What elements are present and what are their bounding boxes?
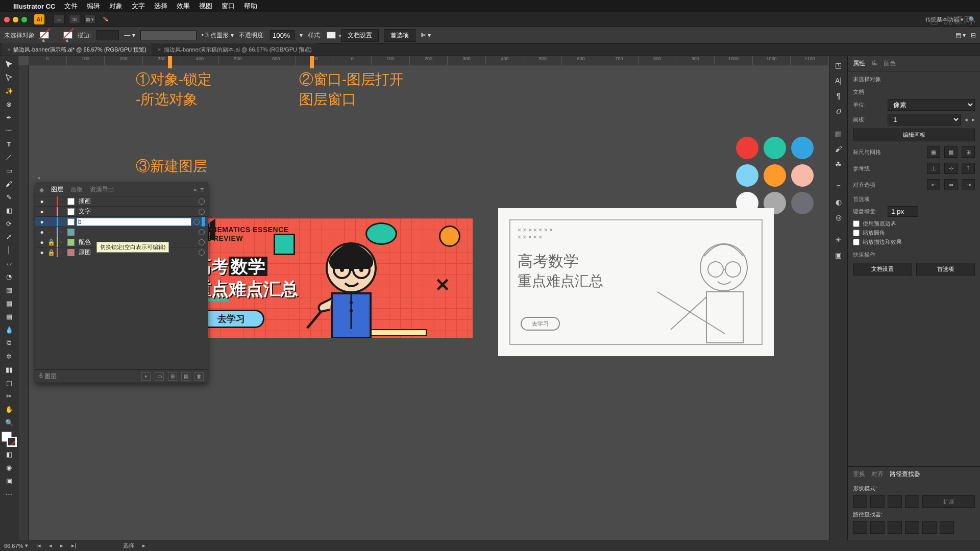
symbol-sprayer-tool[interactable]: ✲	[2, 350, 16, 362]
menu-window[interactable]: 窗口	[222, 2, 235, 11]
stock-icon[interactable]: St	[69, 15, 80, 24]
layer-row[interactable]: ●	[35, 216, 208, 227]
eyedropper-tool[interactable]: 💧	[2, 323, 16, 336]
doc-tab-1[interactable]: ×描边风-banner演示稿.ai* @ 66.67% (RGB/GPU 预览)	[2, 43, 152, 56]
nav-last-icon[interactable]: ▸|	[71, 542, 76, 549]
column-graph-tool[interactable]: ▮▮	[2, 363, 16, 375]
menu-edit[interactable]: 编辑	[87, 2, 100, 11]
opacity-input[interactable]	[270, 30, 295, 40]
tab-color[interactable]: 颜色	[884, 59, 896, 68]
ruler-icon[interactable]: ▦	[927, 146, 940, 158]
screen-mode-icon[interactable]: ▣	[2, 474, 16, 487]
tab-asset-export[interactable]: 资源导出	[90, 185, 114, 194]
expand-icon[interactable]: ›	[60, 250, 65, 255]
align-right-icon[interactable]: ⇥	[962, 179, 975, 190]
perspective-grid-tool[interactable]: ▦	[2, 284, 16, 296]
selection-tool[interactable]	[2, 58, 16, 70]
paintbrush-tool[interactable]: 🖌	[2, 178, 16, 190]
curvature-tool[interactable]: 〰	[2, 124, 16, 137]
target-icon[interactable]	[199, 229, 205, 235]
panel-menu-icon[interactable]: ≡	[200, 186, 204, 193]
fill-stroke-control[interactable]	[2, 432, 17, 447]
lock-guides-icon[interactable]: ⊺	[962, 163, 975, 174]
new-sublayer-icon[interactable]: ⊞	[168, 372, 177, 381]
zoom-tool[interactable]: 🔍	[2, 416, 16, 429]
tab-pathfinder[interactable]: 路径查找器	[890, 470, 920, 479]
lasso-tool[interactable]: ⊗	[2, 98, 16, 110]
pen-tool[interactable]: ✒	[2, 111, 16, 123]
swatches-icon[interactable]: ▦	[832, 128, 845, 140]
layer-name-input[interactable]	[77, 218, 191, 226]
zoom-value[interactable]: 66.67%	[4, 543, 23, 549]
edit-artboard-button[interactable]: 编辑画板	[853, 129, 975, 141]
slice-tool[interactable]: ✂	[2, 390, 16, 402]
menu-select[interactable]: 选择	[154, 2, 167, 11]
blend-tool[interactable]: ⧉	[2, 337, 16, 349]
stroke-panel-icon[interactable]: ≡	[832, 181, 845, 193]
quick-prefs-button[interactable]: 首选项	[916, 263, 975, 276]
transparency-icon[interactable]: ◎	[832, 211, 845, 223]
lock-icon[interactable]: 🔒	[47, 249, 55, 256]
stroke-weight-input[interactable]	[96, 30, 119, 40]
brush-def[interactable]: • 3 点圆形 ▾	[202, 31, 234, 40]
trim-icon[interactable]	[870, 521, 885, 534]
direct-selection-tool[interactable]	[2, 71, 16, 84]
rotate-tool[interactable]: ⟳	[2, 217, 16, 230]
visibility-icon[interactable]: ●	[38, 239, 45, 246]
nav-next-icon[interactable]: ▸	[60, 542, 63, 549]
doc-setup-button[interactable]: 文档设置	[341, 29, 379, 42]
target-icon[interactable]	[199, 239, 205, 245]
nav-prev-icon[interactable]: ◂	[49, 542, 52, 549]
color-mode-icon[interactable]: ◧	[2, 448, 16, 460]
artboard-select[interactable]: 1	[888, 114, 961, 126]
collapse-icon[interactable]: ⊟	[971, 32, 976, 39]
mesh-tool[interactable]: ▩	[2, 297, 16, 309]
maximize-icon[interactable]	[21, 17, 27, 22]
width-tool[interactable]: ⎮	[2, 244, 16, 256]
chk-preview-bounds[interactable]: 使用预览边界	[853, 220, 975, 228]
shape-builder-tool[interactable]: ◔	[2, 270, 16, 283]
draw-mode-icon[interactable]: ◉	[2, 461, 16, 473]
grid-icon[interactable]: ▩	[944, 146, 958, 158]
visibility-icon[interactable]: ●	[38, 208, 45, 215]
appearance-icon[interactable]: ☀	[832, 234, 845, 246]
arrange-icon[interactable]: ▦ ▾	[84, 15, 95, 24]
character-icon[interactable]: A|	[832, 74, 845, 87]
tab-artboards[interactable]: 画板	[70, 185, 83, 194]
layer-row[interactable]: ● ›	[35, 227, 208, 237]
exclude-icon[interactable]	[905, 495, 919, 508]
tab-align[interactable]: 对齐	[871, 470, 884, 479]
expand-icon[interactable]: ›	[60, 230, 65, 235]
target-icon[interactable]	[193, 219, 200, 225]
merge-icon[interactable]	[888, 521, 902, 534]
menu-type[interactable]: 文字	[132, 2, 145, 11]
gradient-tool[interactable]: ▤	[2, 310, 16, 322]
layer-row[interactable]: ● 插画	[35, 196, 208, 206]
eraser-tool[interactable]: ◧	[2, 204, 16, 216]
magic-wand-tool[interactable]: ✨	[2, 85, 16, 97]
paragraph-icon[interactable]: ¶	[832, 90, 845, 102]
expand-button[interactable]: 扩展	[922, 495, 975, 508]
outline-icon[interactable]	[922, 521, 937, 534]
menu-object[interactable]: 对象	[109, 2, 122, 11]
hand-tool[interactable]: ✋	[2, 403, 16, 415]
locate-layer-icon[interactable]: ⌖	[141, 372, 151, 381]
tab-libraries[interactable]: 库	[871, 59, 877, 68]
minimize-icon[interactable]	[13, 17, 18, 22]
target-icon[interactable]	[199, 209, 205, 215]
crop-icon[interactable]	[905, 521, 919, 534]
lock-icon[interactable]: 🔒	[47, 239, 55, 246]
quick-doc-setup-button[interactable]: 文档设置	[853, 263, 912, 276]
visibility-icon[interactable]: ●	[38, 218, 45, 226]
unite-icon[interactable]	[853, 495, 867, 508]
menu-effect[interactable]: 效果	[177, 2, 190, 11]
menu-file[interactable]: 文件	[64, 2, 78, 11]
delete-layer-icon[interactable]: 🗑	[194, 372, 204, 381]
free-transform-tool[interactable]: ▱	[2, 257, 16, 269]
doc-tab-2[interactable]: ×描边风-banner演示稿的副本.ai @ 66.67% (RGB/GPU 预…	[153, 43, 317, 56]
snap-icon[interactable]: ⊞	[962, 146, 975, 158]
type-tool[interactable]: T	[2, 138, 16, 150]
close-icon[interactable]	[4, 17, 10, 22]
minus-back-icon[interactable]	[940, 521, 954, 534]
chk-scale-strokes[interactable]: 缩放描边和效果	[853, 238, 975, 246]
